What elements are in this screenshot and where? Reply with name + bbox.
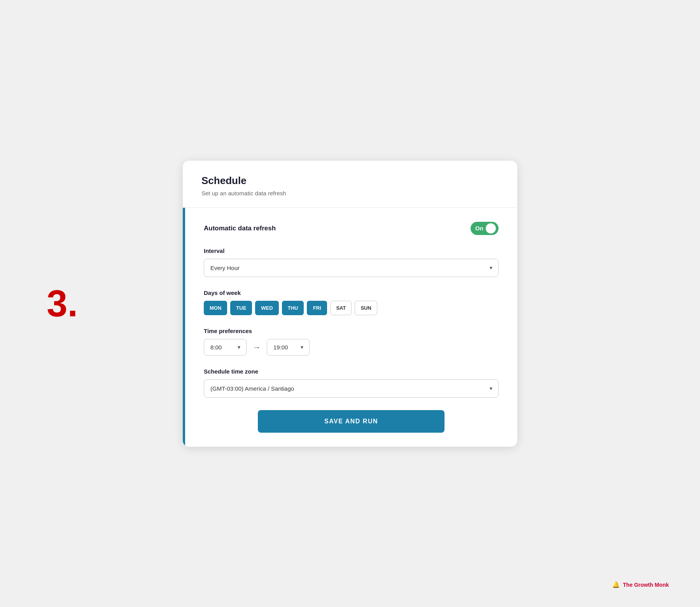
card-content: Automatic data refresh On Interval Every… [185, 208, 517, 447]
card-subtitle: Set up an automatic data refresh [201, 190, 499, 196]
time-preferences-label: Time preferences [204, 328, 499, 334]
auto-refresh-section: Automatic data refresh On [204, 222, 499, 235]
toggle-container: On [471, 222, 499, 235]
time-start-select[interactable]: 8:00 9:00 10:00 [204, 339, 247, 356]
timezone-select[interactable]: (GMT-03:00) America / Santiago (GMT+00:0… [204, 379, 499, 398]
auto-refresh-label: Automatic data refresh [204, 225, 276, 232]
time-start-wrapper: 8:00 9:00 10:00 ▾ [204, 339, 247, 356]
days-grid: MON TUE WED THU FRI SAT SUN [204, 301, 499, 315]
step-number: 3. [47, 285, 78, 322]
days-of-week-label: Days of week [204, 289, 499, 296]
interval-section: Interval Every Hour Every 2 Hours Every … [204, 247, 499, 277]
day-btn-sat[interactable]: SAT [330, 301, 352, 315]
time-end-select[interactable]: 19:00 20:00 21:00 [267, 339, 310, 356]
time-preferences-section: Time preferences 8:00 9:00 10:00 ▾ → 19:… [204, 328, 499, 356]
day-btn-mon[interactable]: MON [204, 301, 227, 315]
interval-select-wrapper: Every Hour Every 2 Hours Every 4 Hours E… [204, 259, 499, 277]
toggle-knob [486, 223, 496, 233]
time-end-wrapper: 19:00 20:00 21:00 ▾ [267, 339, 310, 356]
timezone-select-wrapper: (GMT-03:00) America / Santiago (GMT+00:0… [204, 379, 499, 398]
day-btn-thu[interactable]: THU [282, 301, 304, 315]
interval-select[interactable]: Every Hour Every 2 Hours Every 4 Hours E… [204, 259, 499, 277]
schedule-card: Schedule Set up an automatic data refres… [183, 161, 517, 447]
time-row: 8:00 9:00 10:00 ▾ → 19:00 20:00 21:00 [204, 339, 499, 356]
card-title: Schedule [201, 175, 499, 187]
brand-watermark: 🔔 The Growth Monk [612, 581, 669, 588]
auto-refresh-toggle[interactable]: On [471, 222, 499, 235]
day-btn-wed[interactable]: WED [255, 301, 278, 315]
interval-label: Interval [204, 247, 499, 254]
brand-name: The Growth Monk [623, 582, 669, 588]
timezone-section: Schedule time zone (GMT-03:00) America /… [204, 368, 499, 398]
days-of-week-section: Days of week MON TUE WED THU FRI SAT SUN [204, 289, 499, 315]
timezone-label: Schedule time zone [204, 368, 499, 375]
day-btn-fri[interactable]: FRI [307, 301, 327, 315]
day-btn-tue[interactable]: TUE [230, 301, 252, 315]
card-header: Schedule Set up an automatic data refres… [183, 161, 517, 208]
card-body: Automatic data refresh On Interval Every… [183, 208, 517, 447]
auto-refresh-header: Automatic data refresh On [204, 222, 499, 235]
brand-icon: 🔔 [612, 581, 620, 588]
save-and-run-button[interactable]: SAVE AND RUN [258, 410, 444, 433]
day-btn-sun[interactable]: SUN [355, 301, 377, 315]
time-arrow-icon: → [253, 343, 261, 352]
toggle-label: On [475, 225, 483, 232]
